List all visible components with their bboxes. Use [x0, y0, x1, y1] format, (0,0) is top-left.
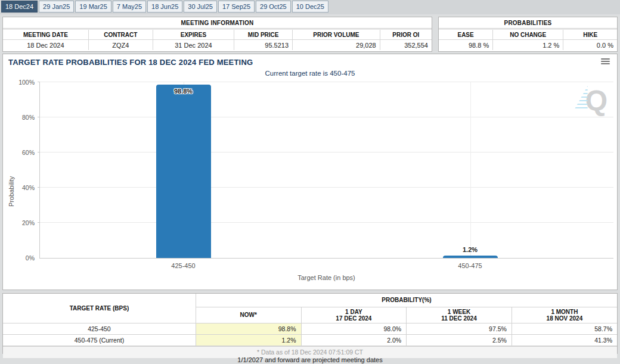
period-label: 1 DAY — [345, 309, 362, 315]
tab-18-jun25[interactable]: 18 Jun25 — [147, 1, 182, 13]
cell-1week-probability: 97.5% — [407, 323, 512, 334]
chart-plot-area: Q 0%20%40%60%80%100%425-450450-47598.8%1… — [39, 82, 613, 259]
probability-history-table: TARGET RATE (BPS) PROBABILITY(%) NOW* 1 … — [3, 294, 617, 346]
value-prior-oi: 352,554 — [380, 40, 432, 50]
hamburger-menu-icon[interactable] — [601, 58, 610, 66]
x-tick-label: 425-450 — [171, 262, 195, 269]
header-1-week: 1 WEEK 11 DEC 2024 — [407, 307, 512, 323]
cell-1day-probability: 2.0% — [301, 334, 407, 346]
chart-title: TARGET RATE PROBABILITIES FOR 18 DEC 202… — [8, 58, 253, 67]
cell-1month-probability: 58.7% — [512, 323, 617, 334]
y-tick-label: 60% — [22, 149, 35, 156]
probabilities-header-row: EASE NO CHANGE HIKE — [439, 30, 617, 40]
value-no-change: 1.2 % — [493, 40, 563, 50]
meeting-information-panel: MEETING INFORMATION MEETING DATE CONTRAC… — [2, 17, 432, 52]
value-contract: ZQZ4 — [89, 40, 153, 50]
header-ease: EASE — [439, 30, 493, 40]
cell-1month-probability: 41.3% — [512, 334, 617, 346]
period-date: 18 NOV 2024 — [517, 315, 612, 322]
cell-target-rate: 425-450 — [3, 323, 196, 334]
meeting-information-value-row: 18 Dec 2024 ZQZ4 31 Dec 2024 95.5213 29,… — [3, 40, 432, 50]
tab-30-jul25[interactable]: 30 Jul25 — [184, 1, 217, 13]
tab-7-may25[interactable]: 7 May25 — [113, 1, 146, 13]
header-no-change: NO CHANGE — [493, 30, 563, 40]
meeting-information-header-row: MEETING DATE CONTRACT EXPIRES MID PRICE … — [3, 30, 432, 40]
watermark-letter: Q — [585, 88, 607, 113]
period-date: 17 DEC 2024 — [306, 315, 402, 322]
cell-now-probability: 98.8% — [196, 323, 301, 334]
header-meeting-date: MEETING DATE — [3, 30, 89, 40]
tab-29-jan25[interactable]: 29 Jan25 — [39, 1, 74, 13]
projected-meeting-dates-note: 1/1/2027 and forward are projected meeti… — [0, 356, 620, 363]
probabilities-value-row: 98.8 % 1.2 % 0.0 % — [439, 40, 617, 50]
target-rate-chart-panel: TARGET RATE PROBABILITIES FOR 18 DEC 202… — [2, 54, 618, 290]
y-tick-label: 100% — [18, 79, 35, 86]
y-axis-title: Probability — [8, 144, 15, 239]
value-hike: 0.0 % — [563, 40, 617, 50]
header-hike: HIKE — [563, 30, 617, 40]
meeting-date-tabbar: 18 Dec24 29 Jan25 19 Mar25 7 May25 18 Ju… — [0, 0, 620, 14]
cell-target-rate: 450-475 (Current) — [3, 334, 196, 346]
value-meeting-date: 18 Dec 2024 — [3, 40, 89, 50]
period-date: 11 DEC 2024 — [411, 315, 507, 322]
header-probability-group: PROBABILITY(%) — [196, 294, 617, 307]
chart-subtitle: Current target rate is 450-475 — [3, 70, 617, 77]
header-1-day: 1 DAY 17 DEC 2024 — [301, 307, 407, 323]
probabilities-panel: PROBABILITIES EASE NO CHANGE HIKE 98.8 %… — [438, 17, 618, 52]
x-tick-label: 450-475 — [458, 262, 482, 269]
table-row-450-475-current: 450-475 (Current) 1.2% 2.0% 2.5% 41.3% — [3, 334, 617, 346]
bar-value-label: 98.8% — [174, 88, 193, 95]
probability-bar[interactable] — [156, 85, 211, 258]
value-mid-price: 95.5213 — [234, 40, 293, 50]
header-1-month: 1 MONTH 18 NOV 2024 — [512, 307, 617, 323]
quikstrike-watermark-icon: Q — [572, 86, 607, 113]
period-label: 1 MONTH — [551, 309, 578, 315]
header-prior-volume: PRIOR VOLUME — [293, 30, 380, 40]
fedwatch-page: { "tabs": [ {"label": "18 Dec24", "activ… — [0, 0, 620, 364]
header-mid-price: MID PRICE — [234, 30, 293, 40]
probability-bar[interactable] — [443, 256, 498, 258]
tab-29-oct25[interactable]: 29 Oct25 — [256, 1, 291, 13]
tab-10-dec25[interactable]: 10 Dec25 — [292, 1, 328, 13]
header-prior-oi: PRIOR OI — [380, 30, 432, 40]
value-expires: 31 Dec 2024 — [153, 40, 235, 50]
table-row-425-450: 425-450 98.8% 98.0% 97.5% 58.7% — [3, 323, 617, 334]
bar-value-label: 1.2% — [463, 246, 478, 253]
y-tick-label: 0% — [26, 254, 35, 262]
y-tick-label: 20% — [22, 219, 35, 226]
header-now: NOW* — [196, 307, 301, 323]
tab-18-dec24[interactable]: 18 Dec24 — [1, 1, 38, 13]
y-tick-label: 40% — [22, 184, 35, 191]
cell-1week-probability: 2.5% — [407, 334, 512, 346]
tab-19-mar25[interactable]: 19 Mar25 — [75, 1, 111, 13]
meeting-information-title: MEETING INFORMATION — [3, 17, 432, 29]
cell-1day-probability: 98.0% — [301, 323, 407, 334]
header-contract: CONTRACT — [89, 30, 153, 40]
probabilities-title: PROBABILITIES — [439, 17, 617, 29]
header-expires: EXPIRES — [153, 30, 235, 40]
x-axis-title: Target Rate (in bps) — [39, 274, 613, 281]
header-target-rate-bps: TARGET RATE (BPS) — [3, 294, 196, 323]
cell-now-probability: 1.2% — [196, 334, 301, 346]
value-prior-volume: 29,028 — [293, 40, 380, 50]
probability-history-table-panel: TARGET RATE (BPS) PROBABILITY(%) NOW* 1 … — [2, 293, 618, 354]
value-ease: 98.8 % — [439, 40, 493, 50]
tab-17-sep25[interactable]: 17 Sep25 — [218, 1, 255, 13]
y-tick-label: 80% — [22, 114, 35, 121]
period-label: 1 WEEK — [448, 309, 470, 315]
